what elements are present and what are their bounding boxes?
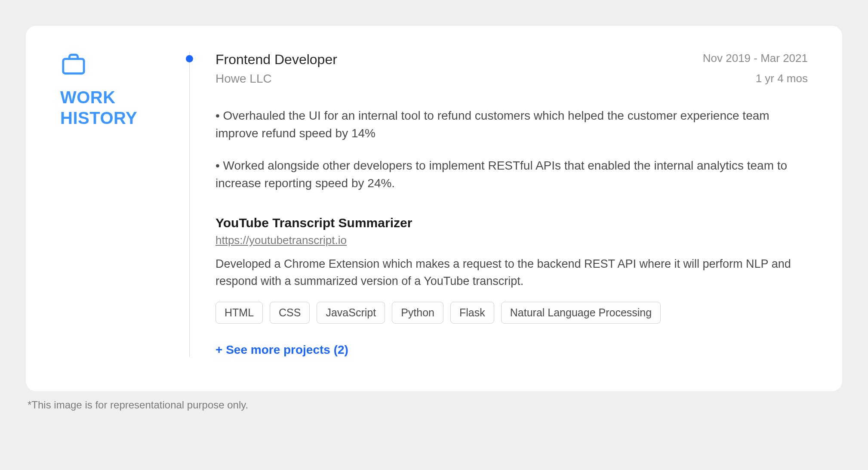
- svg-rect-0: [63, 59, 84, 74]
- tag: CSS: [270, 302, 310, 324]
- job-date-range: Nov 2019 - Mar 2021: [703, 52, 808, 65]
- job-bullets: • Overhauled the UI for an internal tool…: [215, 107, 808, 192]
- work-history-card: WORK HISTORY Frontend Developer Nov 2019…: [26, 26, 842, 391]
- tag: Python: [392, 302, 443, 324]
- tag: HTML: [215, 302, 263, 324]
- disclaimer-text: *This image is for representational purp…: [28, 399, 842, 411]
- job-header: Frontend Developer Nov 2019 - Mar 2021: [215, 52, 808, 68]
- briefcase-icon: [60, 52, 172, 78]
- timeline-dot-icon: [186, 55, 193, 62]
- job-company: Howe LLC: [215, 72, 272, 86]
- job-bullet: • Overhauled the UI for an internal tool…: [215, 107, 808, 142]
- see-more-projects-button[interactable]: + See more projects (2): [215, 343, 808, 357]
- project-title: YouTube Transcript Summarizer: [215, 216, 808, 230]
- section-title-line2: HISTORY: [60, 108, 172, 128]
- project-tags: HTML CSS JavaScript Python Flask Natural…: [215, 302, 808, 324]
- project-description: Developed a Chrome Extension which makes…: [215, 256, 808, 289]
- tag: Flask: [450, 302, 494, 324]
- project-link[interactable]: https://youtubetranscript.io: [215, 234, 347, 247]
- section-title-line1: WORK: [60, 87, 172, 108]
- job-duration: 1 yr 4 mos: [756, 72, 808, 85]
- job-title: Frontend Developer: [215, 52, 337, 68]
- tag: JavaScript: [317, 302, 385, 324]
- section-title: WORK HISTORY: [60, 87, 172, 128]
- tag: Natural Language Processing: [501, 302, 661, 324]
- job-company-row: Howe LLC 1 yr 4 mos: [215, 72, 808, 86]
- job-bullet: • Worked alongside other developers to i…: [215, 157, 808, 192]
- sidebar: WORK HISTORY: [60, 52, 189, 357]
- timeline: Frontend Developer Nov 2019 - Mar 2021 H…: [189, 52, 808, 357]
